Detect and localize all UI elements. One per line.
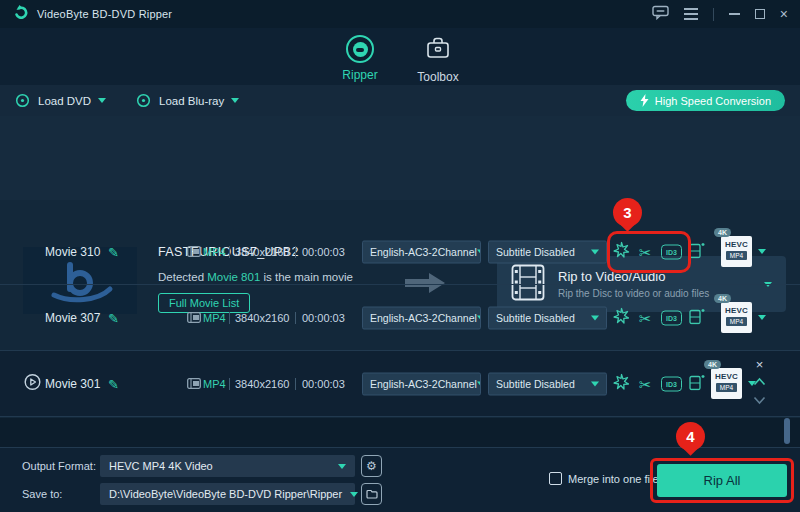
load-dvd-button[interactable]: Load DVD xyxy=(15,93,106,109)
move-down-icon[interactable] xyxy=(753,391,766,409)
video-file-icon xyxy=(187,243,201,261)
caret-down-icon xyxy=(477,249,481,254)
caret-down-icon xyxy=(350,492,358,497)
annotation-step4-badge: 4 xyxy=(676,422,705,451)
rename-pencil-icon[interactable]: ✎ xyxy=(108,244,119,259)
quality-badge: 4K xyxy=(714,294,731,303)
rename-pencil-icon[interactable]: ✎ xyxy=(108,310,119,325)
caret-down-icon xyxy=(231,98,239,103)
audio-track-select[interactable]: English-AC3-2Channel xyxy=(362,306,481,329)
rip-all-button[interactable]: Rip All xyxy=(657,464,787,497)
tab-toolbox[interactable]: Toolbox xyxy=(406,35,470,84)
divider xyxy=(229,312,230,324)
titlebar: VideoByte BD-DVD Ripper × xyxy=(0,0,800,28)
tab-ripper[interactable]: Ripper xyxy=(328,35,392,82)
tabbar: Ripper Toolbox xyxy=(0,28,800,85)
app-window: VideoByte BD-DVD Ripper × Ripper Toolbox xyxy=(0,0,800,512)
divider xyxy=(295,246,296,258)
movie-row[interactable]: Movie 307 ✎ MP4 3840x2160 00:00:03 Engli… xyxy=(0,285,800,351)
merge-checkbox-label: Merge into one file xyxy=(568,473,659,485)
lightning-icon xyxy=(640,94,649,107)
audio-track-select[interactable]: English-AC3-2Channel xyxy=(362,240,481,263)
minimize-icon[interactable] xyxy=(729,13,740,15)
caret-down-icon xyxy=(477,381,481,386)
id3-tag-icon[interactable]: ID3 xyxy=(661,310,682,325)
resolution: 3840x2160 xyxy=(235,312,289,324)
output-format-badge[interactable]: 4K HEVCMP4 xyxy=(714,302,768,334)
remove-row-icon[interactable]: × xyxy=(756,358,764,371)
caret-down-icon xyxy=(338,464,346,469)
trim-scissors-icon[interactable]: ✂ xyxy=(639,310,652,325)
divider xyxy=(295,378,296,390)
subtitle-select[interactable]: Subtitle Disabled xyxy=(488,240,607,263)
gear-icon: ⚙ xyxy=(366,459,377,473)
toolbar: Load DVD Load Blu-ray High Speed Convers… xyxy=(0,85,800,116)
compress-video-icon[interactable] xyxy=(689,373,705,394)
video-file-icon xyxy=(187,309,201,327)
compress-video-icon[interactable] xyxy=(689,241,705,262)
id3-tag-icon[interactable]: ID3 xyxy=(661,244,682,259)
divider xyxy=(229,246,230,258)
duration: 00:00:03 xyxy=(302,378,345,390)
toolbox-icon xyxy=(425,35,451,65)
subtitle-select[interactable]: Subtitle Disabled xyxy=(488,306,607,329)
divider xyxy=(295,312,296,324)
effects-wand-icon[interactable] xyxy=(613,373,630,394)
output-format-select[interactable]: HEVC MP4 4K Video xyxy=(100,455,355,477)
disc-info-section: FASTFURIOUS7_UPB2 Detected Movie 801 is … xyxy=(0,116,800,200)
open-folder-button[interactable] xyxy=(361,483,382,505)
caret-down-icon[interactable] xyxy=(758,249,766,254)
high-speed-label: High Speed Conversion xyxy=(655,95,771,107)
output-format-label: Output Format: xyxy=(22,460,96,472)
play-icon[interactable] xyxy=(24,373,41,394)
scrollbar-thumb[interactable] xyxy=(784,418,790,444)
output-format-badge[interactable]: 4K HEVCMP4 xyxy=(704,368,758,400)
movie-title: Movie 301 xyxy=(45,377,100,391)
save-to-label: Save to: xyxy=(22,488,62,500)
effects-wand-icon[interactable] xyxy=(613,307,630,328)
titlebar-divider xyxy=(713,8,714,21)
duration: 00:00:03 xyxy=(302,312,345,324)
move-up-icon[interactable] xyxy=(753,372,766,390)
bluray-disc-icon xyxy=(136,93,152,109)
duration: 00:00:03 xyxy=(302,246,345,258)
divider xyxy=(229,378,230,390)
quality-badge: 4K xyxy=(714,228,731,237)
row-reorder-controls: × xyxy=(753,358,766,409)
high-speed-conversion-button[interactable]: High Speed Conversion xyxy=(626,90,785,111)
caret-down-icon xyxy=(98,98,106,103)
movie-row[interactable]: Movie 310 ✎ MP4 3840x2160 00:00:03 Engli… xyxy=(0,219,800,285)
video-file-icon xyxy=(187,375,201,393)
effects-wand-icon[interactable] xyxy=(613,241,630,262)
ripper-tab-icon xyxy=(346,35,374,63)
trim-scissors-icon[interactable]: ✂ xyxy=(639,376,652,391)
merge-checkbox[interactable] xyxy=(549,472,562,485)
subtitle-select[interactable]: Subtitle Disabled xyxy=(488,372,607,395)
load-dvd-label: Load DVD xyxy=(38,95,91,107)
maximize-icon[interactable] xyxy=(755,9,765,19)
audio-track-select[interactable]: English-AC3-2Channel xyxy=(362,372,481,395)
format-settings-button[interactable]: ⚙ xyxy=(361,455,382,477)
close-icon[interactable]: × xyxy=(780,7,788,21)
container-format: MP4 xyxy=(203,312,226,324)
annotation-step3-badge: 3 xyxy=(613,198,642,227)
app-logo-icon xyxy=(12,4,29,25)
caret-down-icon xyxy=(591,315,599,320)
resolution: 3840x2160 xyxy=(235,378,289,390)
folder-icon xyxy=(366,489,378,499)
quality-badge: 4K xyxy=(704,360,721,369)
id3-tag-icon[interactable]: ID3 xyxy=(661,376,682,391)
caret-down-icon[interactable] xyxy=(758,315,766,320)
feedback-icon[interactable] xyxy=(652,5,669,24)
load-bluray-button[interactable]: Load Blu-ray xyxy=(136,93,239,109)
output-format-badge[interactable]: 4K HEVCMP4 xyxy=(714,236,768,268)
rename-pencil-icon[interactable]: ✎ xyxy=(108,376,119,391)
container-format: MP4 xyxy=(203,378,226,390)
dvd-disc-icon xyxy=(15,93,31,109)
save-path-select[interactable]: D:\VideoByte\VideoByte BD-DVD Ripper\Rip… xyxy=(100,483,355,505)
caret-down-icon xyxy=(477,315,481,320)
menu-icon[interactable] xyxy=(684,8,698,20)
trim-scissors-icon[interactable]: ✂ xyxy=(639,244,652,259)
movie-row-selected[interactable]: Movie 301 ✎ MP4 3840x2160 00:00:03 Engli… xyxy=(0,351,800,417)
compress-video-icon[interactable] xyxy=(689,307,705,328)
